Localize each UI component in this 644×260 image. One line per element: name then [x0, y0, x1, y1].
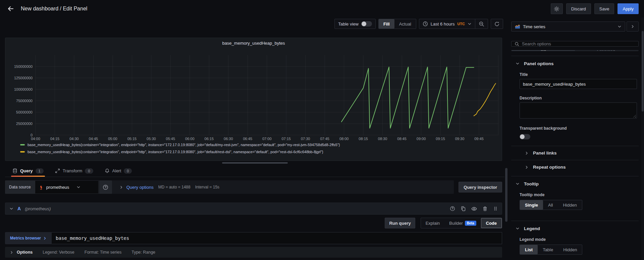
- y-tick-label: 50000000: [16, 110, 33, 114]
- back-button[interactable]: [5, 4, 15, 14]
- search-options-input[interactable]: Search options: [511, 41, 639, 47]
- y-tick-label: 25000000: [16, 122, 33, 126]
- refresh-icon: [494, 21, 500, 27]
- run-query-button[interactable]: Run query: [385, 218, 415, 228]
- editor-mode-option-explain[interactable]: Explain: [421, 218, 445, 228]
- option-label: Single: [525, 203, 538, 208]
- legend-series-label: base_memory_usedHeap_bytes{container="in…: [28, 143, 340, 147]
- tooltip-mode: SingleAllHidden: [520, 200, 582, 210]
- x-tick-label: 08:30: [378, 137, 387, 141]
- legend-mode-option-hidden[interactable]: Hidden: [558, 245, 582, 254]
- tab-alert[interactable]: Alert 0: [103, 165, 133, 177]
- legend-item-0[interactable]: base_memory_usedHeap_bytes{container="in…: [20, 143, 502, 147]
- display-mode-option-fill[interactable]: Fill: [379, 19, 394, 29]
- delete-query-button[interactable]: [482, 206, 488, 211]
- refresh-button[interactable]: [491, 19, 503, 29]
- panel-links-section[interactable]: Panel links: [511, 146, 639, 160]
- panel-options-header[interactable]: Panel options: [511, 56, 639, 71]
- tab-transform-label: Transform: [63, 168, 83, 173]
- options-filter: AllOverrides: [511, 50, 639, 51]
- zoom-out-icon: [479, 21, 484, 27]
- type-option-summary: Type: Range: [131, 250, 155, 255]
- viz-toolbar: Table view FillActual Last 6 hours UTC: [5, 19, 503, 29]
- legend-header[interactable]: Legend: [511, 221, 639, 236]
- query-actions-row: Run query ExplainBuilderBetaCode: [5, 217, 502, 229]
- toggle-query-visibility-button[interactable]: [471, 206, 477, 212]
- x-tick-label: 04:15: [50, 137, 60, 141]
- x-tick-label: 08:15: [359, 137, 368, 141]
- legend-item-1[interactable]: base_memory_usedHeap_bytes{container="in…: [20, 150, 502, 154]
- description-field-label: Description: [520, 96, 635, 100]
- legend-title: Legend: [524, 226, 540, 231]
- datasource-help-button[interactable]: [99, 180, 112, 194]
- datasource-row: Data source prometheus Que: [5, 180, 502, 194]
- chevron-right-icon: [119, 185, 123, 189]
- panel-title-input[interactable]: base_memory_usedHeap_bytes: [520, 79, 637, 89]
- options-filter-option-all[interactable]: All: [512, 50, 575, 51]
- tab-transform[interactable]: Transform 0: [54, 165, 95, 177]
- discard-button[interactable]: Discard: [566, 3, 591, 14]
- x-tick-label: 08:00: [339, 137, 349, 141]
- visualization-picker[interactable]: Time series: [511, 21, 625, 32]
- legend-mode-option-table[interactable]: Table: [538, 245, 558, 254]
- editor-mode-option-builder[interactable]: BuilderBeta: [444, 218, 481, 228]
- query-help-button[interactable]: [450, 206, 455, 211]
- chart-panel[interactable]: base_memory_usedHeap_bytes 0250000005000…: [5, 38, 502, 161]
- timeseries-viz-icon: [515, 24, 520, 29]
- option-label: Code: [486, 221, 497, 226]
- tooltip-mode-option-single[interactable]: Single: [520, 200, 543, 210]
- option-label: All: [548, 203, 553, 208]
- visualization-name: Time series: [523, 24, 545, 29]
- sidebar-scrollbar[interactable]: [641, 17, 644, 260]
- y-tick-label: 125000000: [14, 76, 33, 80]
- tab-query[interactable]: Query 1: [11, 165, 45, 177]
- option-label: List: [525, 247, 533, 252]
- transparent-background-toggle[interactable]: [520, 134, 530, 139]
- x-tick-label: 07:00: [262, 137, 272, 141]
- query-row-header[interactable]: A (prometheus): [5, 203, 502, 215]
- save-button[interactable]: Save: [594, 3, 614, 14]
- option-label: Overrides: [597, 50, 616, 51]
- dashboard-settings-button[interactable]: [551, 3, 563, 14]
- query-ref-id[interactable]: A: [17, 206, 21, 211]
- legend-mode-option-list[interactable]: List: [520, 245, 538, 254]
- tooltip-mode-option-hidden[interactable]: Hidden: [558, 200, 582, 210]
- display-mode-option-actual[interactable]: Actual: [394, 19, 416, 29]
- promql-expression-input[interactable]: base_memory_usedHeap_bytes: [52, 232, 502, 244]
- time-range-control: Last 6 hours UTC: [419, 19, 488, 29]
- datasource-picker[interactable]: prometheus: [35, 180, 99, 194]
- main-scrollbar[interactable]: [504, 17, 508, 260]
- format-option-summary: Format: Time series: [85, 250, 121, 255]
- tab-query-label: Query: [20, 168, 33, 173]
- drag-query-handle[interactable]: [493, 206, 498, 211]
- query-inspector-button[interactable]: Query inspector: [459, 182, 502, 192]
- top-bar: New dashboard / Edit Panel Discard Save …: [0, 0, 644, 17]
- option-label: Hidden: [563, 247, 577, 252]
- panel-description-input[interactable]: [520, 102, 637, 119]
- page-title: New dashboard / Edit Panel: [21, 6, 87, 12]
- datasource-strip: Data source prometheus Que: [5, 180, 454, 194]
- options-toggle[interactable]: Options: [10, 250, 33, 255]
- y-tick-label: 100000000: [14, 87, 33, 91]
- editor-mode-option-code[interactable]: Code: [481, 218, 502, 228]
- zoom-out-button[interactable]: [479, 21, 484, 27]
- legend-mode: ListTableHidden: [520, 245, 582, 255]
- x-tick-label: 04:00: [31, 137, 40, 141]
- tooltip-mode-option-all[interactable]: All: [543, 200, 558, 210]
- option-label: Actual: [399, 21, 411, 27]
- tooltip-header[interactable]: Tooltip: [511, 176, 639, 191]
- collapse-options-pane-button[interactable]: [627, 21, 639, 32]
- repeat-options-section[interactable]: Repeat options: [511, 160, 639, 174]
- panel-resize-handle[interactable]: [222, 162, 288, 164]
- metrics-browser-button[interactable]: Metrics browser: [5, 232, 52, 244]
- options-filter-option-overrides[interactable]: Overrides: [575, 50, 638, 51]
- table-view-toggle[interactable]: [361, 21, 372, 27]
- time-range-picker[interactable]: Last 6 hours UTC: [423, 21, 472, 27]
- tab-transform-count: 0: [85, 168, 93, 174]
- apply-button[interactable]: Apply: [618, 3, 639, 14]
- query-options-toggle[interactable]: Query options: [119, 185, 154, 190]
- chevron-right-icon: [525, 165, 529, 169]
- x-tick-label: 07:45: [320, 137, 329, 141]
- resize-grip-icon[interactable]: [633, 114, 636, 118]
- duplicate-query-button[interactable]: [461, 206, 466, 211]
